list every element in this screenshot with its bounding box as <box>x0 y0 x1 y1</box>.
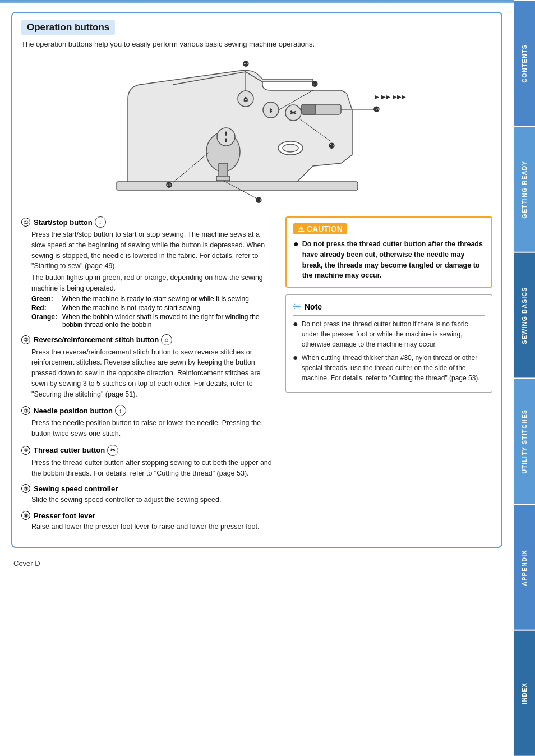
footer-label: Cover D <box>13 559 40 568</box>
color-green-label: Green: <box>31 295 62 303</box>
sidebar: CONTENTS GETTING READY SEWING BASICS UTI… <box>514 0 535 756</box>
note-header: ✳ Note <box>293 301 485 316</box>
sidebar-tab-contents-label: CONTENTS <box>521 44 528 83</box>
start-stop-section: ① Start/stop button ↕ Press the start/st… <box>21 216 274 329</box>
start-stop-icon: ↕ <box>95 216 106 228</box>
sidebar-tab-appendix-label: APPENDIX <box>521 550 528 586</box>
svg-text:↓: ↓ <box>225 137 228 143</box>
sidebar-tab-getting-ready-label: GETTING READY <box>521 160 528 218</box>
main-content: Operation buttons The operation buttons … <box>0 6 514 579</box>
thread-cutter-label: Thread cutter button <box>34 446 105 454</box>
num-4: ④ <box>21 446 30 455</box>
note-bullet-1: ● <box>293 320 298 349</box>
caution-item: ● Do not press the thread cutter button … <box>293 239 485 281</box>
presser-foot-title: ⑥ Presser foot lever <box>21 511 274 520</box>
thread-cutter-section: ④ Thread cutter button ✂ Press the threa… <box>21 445 274 479</box>
speed-controller-desc: Slide the sewing speed controller to adj… <box>21 495 274 505</box>
presser-foot-desc: Raise and lower the presser foot lever t… <box>21 522 274 532</box>
sidebar-tab-getting-ready[interactable]: GETTING READY <box>514 126 535 252</box>
reverse-icon: ⌂ <box>161 334 172 345</box>
svg-point-5 <box>283 144 298 152</box>
svg-rect-2 <box>216 176 230 181</box>
caution-header: ⚠ CAUTION <box>293 223 485 234</box>
num-1: ① <box>21 218 30 227</box>
sidebar-tab-appendix[interactable]: APPENDIX <box>514 504 535 630</box>
sidebar-tab-index[interactable]: INDEX <box>514 630 535 756</box>
svg-rect-1 <box>219 163 228 177</box>
reverse-desc: Press the reverse/reinforcement stitch b… <box>21 347 274 400</box>
svg-text:③: ③ <box>312 80 318 88</box>
num-6: ⑥ <box>21 511 30 520</box>
needle-position-section: ③ Needle position button ↕ Press the nee… <box>21 405 274 439</box>
svg-text:④: ④ <box>329 142 335 150</box>
start-stop-desc2: The button lights up in green, red or or… <box>21 273 274 294</box>
start-stop-desc1: Press the start/stop button to start or … <box>21 229 274 271</box>
sidebar-tab-utility-stitches-label: UTILITY STITCHES <box>521 409 528 474</box>
section-title: Operation buttons <box>21 20 115 35</box>
diagram-area: ↑ ↓ ⌂ ↕ ✂ ① ② <box>21 54 492 211</box>
svg-text:↕: ↕ <box>269 107 273 113</box>
operation-buttons-section: Operation buttons The operation buttons … <box>11 12 502 548</box>
thread-cutter-icon: ✂ <box>107 445 118 456</box>
caution-text: Do not press the thread cutter button af… <box>302 239 485 281</box>
needle-position-icon: ↕ <box>115 405 126 416</box>
caution-title-text: CAUTION <box>307 224 343 233</box>
note-icon: ✳ <box>293 301 301 313</box>
svg-text:⑥: ⑥ <box>256 196 262 204</box>
num-3: ③ <box>21 406 30 415</box>
color-green-desc: When the machine is ready to start sewin… <box>62 295 274 303</box>
svg-text:⌂: ⌂ <box>243 95 247 103</box>
svg-text:⑤: ⑤ <box>373 105 380 113</box>
color-table: Green: When the machine is ready to star… <box>31 295 274 329</box>
speed-controller-label: Sewing speed controller <box>34 485 118 493</box>
caution-icon: ⚠ CAUTION <box>293 223 347 234</box>
num-2: ② <box>21 335 30 344</box>
machine-diagram: ↑ ↓ ⌂ ↕ ✂ ① ② <box>21 54 492 211</box>
svg-rect-7 <box>302 104 316 114</box>
reverse-title: ② Reverse/reinforcement stitch button ⌂ <box>21 334 274 345</box>
svg-text:✂: ✂ <box>290 109 296 117</box>
color-row-green: Green: When the machine is ready to star… <box>31 295 274 303</box>
color-orange-desc: When the bobbin winder shaft is moved to… <box>62 313 274 329</box>
right-column: ⚠ CAUTION ● Do not press the thread cutt… <box>285 216 492 538</box>
sidebar-tab-contents[interactable]: CONTENTS <box>514 0 535 126</box>
color-orange-label: Orange: <box>31 313 62 329</box>
two-col-layout: ① Start/stop button ↕ Press the start/st… <box>21 216 492 538</box>
presser-foot-section: ⑥ Presser foot lever Raise and lower the… <box>21 511 274 532</box>
note-bullet-2: ● <box>293 353 298 383</box>
sidebar-tab-index-label: INDEX <box>521 683 528 704</box>
start-stop-label: Start/stop button <box>34 218 93 227</box>
caution-box: ⚠ CAUTION ● Do not press the thread cutt… <box>285 216 492 288</box>
svg-text:↑: ↑ <box>225 130 228 136</box>
reverse-label: Reverse/reinforcement stitch button <box>34 335 159 344</box>
color-row-red: Red: When the machine is not ready to st… <box>31 304 274 312</box>
speed-controller-title: ⑤ Sewing speed controller <box>21 484 274 493</box>
note-title: Note <box>305 302 322 311</box>
svg-text:▶▶: ▶▶ <box>381 94 390 100</box>
needle-position-desc: Press the needle position button to rais… <box>21 418 274 439</box>
svg-text:▶▶▶: ▶▶▶ <box>393 94 406 100</box>
presser-foot-label: Presser foot lever <box>34 511 95 520</box>
left-column: ① Start/stop button ↕ Press the start/st… <box>21 216 274 538</box>
caution-bullet: ● <box>293 239 299 281</box>
sidebar-tab-sewing-basics-label: SEWING BASICS <box>521 287 528 344</box>
start-stop-title: ① Start/stop button ↕ <box>21 216 274 228</box>
intro-text: The operation buttons help you to easily… <box>21 40 492 48</box>
note-item-2: ● When cutting thread thicker than #30, … <box>293 353 485 383</box>
sidebar-tab-utility-stitches[interactable]: UTILITY STITCHES <box>514 378 535 504</box>
needle-position-label: Needle position button <box>34 407 113 415</box>
note-text-2: When cutting thread thicker than #30, ny… <box>302 353 485 383</box>
note-box: ✳ Note ● Do not press the thread cutter … <box>285 294 492 393</box>
svg-rect-3 <box>117 182 358 190</box>
svg-text:②: ② <box>243 60 249 68</box>
sidebar-tab-sewing-basics[interactable]: SEWING BASICS <box>514 252 535 378</box>
needle-position-title: ③ Needle position button ↕ <box>21 405 274 416</box>
footer: Cover D <box>11 559 502 568</box>
caution-triangle: ⚠ <box>298 225 305 233</box>
color-red-desc: When the machine is not ready to start s… <box>62 304 274 312</box>
color-red-label: Red: <box>31 304 62 312</box>
thread-cutter-desc: Press the thread cutter button after sto… <box>21 458 274 479</box>
thread-cutter-title: ④ Thread cutter button ✂ <box>21 445 274 456</box>
color-row-orange: Orange: When the bobbin winder shaft is … <box>31 313 274 329</box>
top-border <box>0 0 535 3</box>
